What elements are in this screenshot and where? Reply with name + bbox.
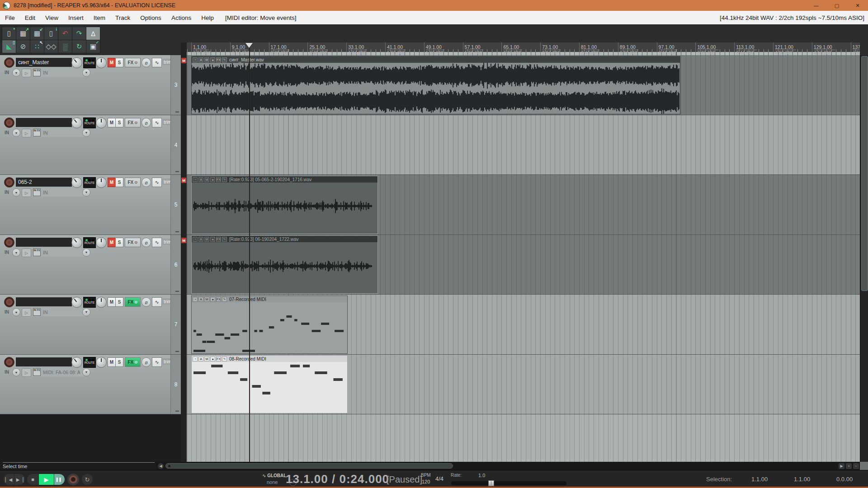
mute-icon[interactable]: M: [204, 237, 209, 242]
input-fx-selector[interactable]: IN FXIN▼: [32, 308, 91, 316]
record-arm-button[interactable]: [4, 177, 14, 188]
track-panel-3[interactable]: синт_MasterROUTEMSFXΦø∿trimIN▼▷IN FXIN▼3…: [0, 55, 181, 115]
input-dropdown-icon[interactable]: ▼: [12, 249, 20, 257]
track-number[interactable]: 4▬: [170, 115, 181, 174]
media-item[interactable]: ◔AM●FX∿синт_Master.wav: [191, 56, 680, 114]
notes-icon[interactable]: ●: [210, 57, 215, 62]
media-item[interactable]: ◔AM●FX∿[Rate:0.923] 06-190204_1722.wav: [191, 235, 378, 294]
input-fx-dropdown-icon[interactable]: ▼: [82, 249, 90, 257]
selection-end[interactable]: 1.1.00: [794, 476, 810, 483]
mute-button[interactable]: M: [108, 118, 116, 127]
lock-icon[interactable]: A: [198, 357, 203, 361]
input-fx-selector[interactable]: IN FXIN▼: [32, 128, 91, 137]
close-button[interactable]: ✕: [847, 0, 868, 11]
fade-icon[interactable]: ◔: [193, 57, 198, 62]
locking-button[interactable]: ▣✓: [86, 40, 100, 53]
fx-button[interactable]: FXΦ: [125, 178, 141, 187]
rate-slider[interactable]: [451, 481, 566, 485]
input-fx-dropdown-icon[interactable]: ▼: [82, 308, 90, 316]
volume-knob[interactable]: [71, 57, 82, 68]
selection-length[interactable]: 0.0.00: [836, 476, 853, 483]
fx-icon[interactable]: FX: [216, 357, 221, 361]
zoom-out-button[interactable]: −: [853, 463, 859, 469]
record-monitor-button[interactable]: ▷: [22, 368, 31, 377]
mute-icon[interactable]: M: [204, 57, 209, 62]
horizontal-scrollbar-thumb[interactable]: [165, 463, 453, 469]
record-arm-button[interactable]: [4, 297, 14, 307]
menu-edit[interactable]: Edit: [20, 11, 40, 24]
global-automation-value[interactable]: none: [267, 479, 278, 485]
menu-actions[interactable]: Actions: [166, 11, 196, 24]
record-monitor-button[interactable]: ▷: [22, 129, 31, 137]
route-button[interactable]: ROUTE: [83, 357, 96, 368]
envelope-icon[interactable]: ∿: [222, 297, 227, 302]
stop-button[interactable]: ■: [27, 474, 38, 485]
input-fx-dropdown-icon[interactable]: ▼: [82, 69, 90, 77]
track-name-field[interactable]: [16, 238, 72, 247]
input-fx-selector[interactable]: IN FXIN▼: [32, 68, 91, 77]
track-panel-4[interactable]: ROUTEMSFXΦø∿trimIN▼▷IN FXIN▼4▬: [0, 115, 181, 175]
vertical-scrollbar[interactable]: [860, 55, 868, 462]
go-to-start-button[interactable]: ▏◀: [4, 474, 14, 485]
track-panel-8[interactable]: ROUTEMSFXΦø∿trimIN▼▷IN FXMIDI: FA-06 08:…: [0, 355, 181, 414]
metronome-button[interactable]: ∆: [86, 27, 100, 40]
solo-button[interactable]: S: [115, 297, 123, 307]
mute-button[interactable]: M: [108, 357, 116, 367]
fade-icon[interactable]: ◔: [193, 177, 198, 182]
lock-icon[interactable]: A: [198, 177, 203, 182]
lock-icon[interactable]: A: [198, 297, 203, 302]
track-panel-7[interactable]: ROUTEMSFXΦø∿trimIN▼▷IN FXIN▼7▬: [0, 295, 181, 355]
menu-view[interactable]: View: [40, 11, 63, 24]
record-monitor-button[interactable]: ▷: [22, 249, 31, 257]
menu-track[interactable]: Track: [110, 11, 135, 24]
track-panel-6[interactable]: ROUTEMSFXΦø∿trimIN▼▷IN FXIN▼6▬: [0, 235, 181, 295]
track-name-field[interactable]: [16, 357, 72, 366]
track-name-field[interactable]: [16, 297, 72, 306]
solo-button[interactable]: S: [115, 357, 123, 367]
mute-button[interactable]: M: [108, 238, 116, 247]
item-grouping-button[interactable]: ∷↖: [30, 40, 44, 53]
menu-file[interactable]: File: [0, 11, 20, 24]
track-number[interactable]: 5▬: [170, 175, 181, 235]
track-number[interactable]: 6▬: [170, 235, 181, 294]
input-fx-dropdown-icon[interactable]: ▼: [82, 188, 90, 197]
open-project-button[interactable]: ▦↗: [16, 27, 30, 40]
envelope-icon[interactable]: ∿: [222, 357, 227, 361]
envelope-button[interactable]: ∿: [152, 178, 162, 187]
pan-knob[interactable]: [96, 357, 107, 368]
envelope-button[interactable]: ∿: [152, 357, 162, 367]
phase-button[interactable]: ø: [142, 357, 151, 367]
notes-icon[interactable]: ●: [210, 177, 215, 182]
solo-button[interactable]: S: [115, 178, 123, 187]
record-monitor-button[interactable]: ▷: [22, 69, 31, 77]
auto-crossfade-button[interactable]: ⊘: [16, 40, 30, 53]
envelope-icon[interactable]: ∿: [222, 237, 227, 242]
time-signature[interactable]: 4/4: [435, 475, 443, 482]
input-dropdown-icon[interactable]: ▼: [12, 188, 20, 197]
global-automation-label[interactable]: ∿ GLOBAL: [262, 473, 286, 478]
zoom-in-button[interactable]: +: [846, 463, 852, 469]
transport-position[interactable]: 13.1.00 / 0:24.000: [286, 472, 389, 486]
record-monitor-button[interactable]: ▷: [22, 308, 31, 317]
route-button[interactable]: ROUTE: [83, 57, 96, 68]
solo-button[interactable]: S: [115, 58, 123, 67]
timeline-ruler[interactable]: 1.1.000:00.0009.1.000:16.00017.1.000:32.…: [187, 42, 860, 55]
envelope-points-button[interactable]: ◇◇: [44, 40, 58, 53]
record-arm-button[interactable]: [4, 57, 14, 68]
track-number[interactable]: 7▬: [170, 295, 181, 354]
lock-icon[interactable]: A: [198, 57, 203, 62]
volume-knob[interactable]: [71, 357, 82, 368]
snap-grid-button[interactable]: ░: [58, 40, 72, 53]
solo-button[interactable]: S: [115, 118, 123, 127]
repeat-button[interactable]: ↻: [82, 474, 93, 485]
edit-cursor-marker[interactable]: [245, 43, 253, 48]
route-button[interactable]: ROUTE: [83, 177, 96, 188]
menu-insert[interactable]: Insert: [63, 11, 89, 24]
mute-icon[interactable]: M: [204, 177, 209, 182]
fx-icon[interactable]: FX: [216, 57, 221, 62]
pause-button[interactable]: ▌▌: [54, 474, 65, 485]
track-name-field[interactable]: синт_Master: [16, 58, 72, 67]
fade-icon[interactable]: ◔: [193, 297, 198, 302]
input-fx-selector[interactable]: IN FXIN▼: [32, 188, 91, 197]
save-project-button[interactable]: ▦↙: [30, 27, 44, 40]
